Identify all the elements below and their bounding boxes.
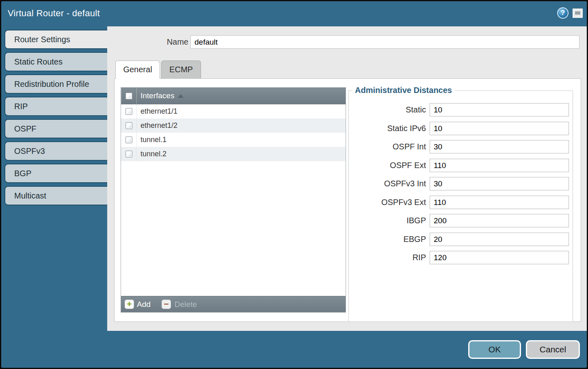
select-all-cell bbox=[121, 88, 137, 104]
ospf-int-input[interactable] bbox=[430, 140, 569, 153]
tab-general[interactable]: General bbox=[115, 60, 160, 79]
ebgp-input[interactable] bbox=[430, 233, 569, 246]
sidebar-item-redistribution-profile[interactable]: Redistribution Profile bbox=[4, 74, 108, 94]
grid-toolbar: + Add − Delete bbox=[121, 296, 346, 312]
general-tab-panel: Interfaces ethernet1/1 ethernet1/2 bbox=[114, 78, 581, 322]
interface-name: tunnel.1 bbox=[137, 136, 166, 144]
sidebar-item-router-settings[interactable]: Router Settings bbox=[4, 30, 108, 49]
rip-label: RIP bbox=[349, 251, 426, 264]
sidebar-item-bgp[interactable]: BGP bbox=[4, 164, 108, 183]
field-row: Static bbox=[349, 103, 573, 117]
fieldset-legend: Administrative Distances bbox=[352, 86, 455, 95]
sidebar-item-multicast[interactable]: Multicast bbox=[4, 186, 108, 205]
sidebar-item-ospf[interactable]: OSPF bbox=[4, 119, 108, 138]
field-row: EBGP bbox=[349, 233, 573, 246]
ebgp-label: EBGP bbox=[349, 233, 426, 246]
field-row: Static IPv6 bbox=[349, 122, 573, 135]
static-ipv6-input[interactable] bbox=[430, 122, 569, 135]
virtual-router-dialog: Virtual Router - default ? Name General … bbox=[0, 0, 588, 369]
field-row: OSPFv3 Ext bbox=[349, 196, 573, 209]
delete-button[interactable]: Delete bbox=[175, 300, 197, 309]
ibgp-label: IBGP bbox=[349, 214, 426, 227]
sort-ascending-icon bbox=[178, 94, 184, 98]
interface-name: ethernet1/1 bbox=[137, 107, 177, 116]
add-button[interactable]: Add bbox=[137, 300, 151, 309]
content-panel: Name General ECMP Interfaces bbox=[107, 26, 587, 331]
static-label: Static bbox=[349, 103, 426, 117]
row-checkbox[interactable] bbox=[125, 108, 132, 115]
name-input[interactable] bbox=[190, 35, 579, 49]
ospfv3-ext-label: OSPFv3 Ext bbox=[349, 196, 426, 209]
table-row[interactable]: tunnel.1 bbox=[121, 133, 346, 147]
rip-input[interactable] bbox=[430, 251, 569, 264]
ospf-int-label: OSPF Int bbox=[349, 140, 426, 153]
ok-button[interactable]: OK bbox=[468, 340, 521, 359]
row-checkbox[interactable] bbox=[125, 136, 132, 143]
ospf-ext-input[interactable] bbox=[430, 159, 569, 172]
ospfv3-int-input[interactable] bbox=[430, 177, 569, 190]
field-row: IBGP bbox=[349, 214, 573, 227]
window-restore-icon[interactable] bbox=[573, 9, 583, 18]
add-icon[interactable]: + bbox=[125, 300, 134, 309]
column-title: Interfaces bbox=[141, 91, 174, 100]
tab-ecmp[interactable]: ECMP bbox=[161, 60, 201, 78]
sidebar-item-rip[interactable]: RIP bbox=[4, 97, 108, 116]
select-all-checkbox[interactable] bbox=[125, 93, 132, 99]
field-row: RIP bbox=[349, 251, 573, 264]
row-checkbox[interactable] bbox=[125, 122, 132, 129]
dialog-title: Virtual Router - default bbox=[8, 1, 100, 26]
ibgp-input[interactable] bbox=[430, 214, 569, 227]
interfaces-grid: Interfaces ethernet1/1 ethernet1/2 bbox=[121, 87, 346, 313]
sidebar-item-ospfv3[interactable]: OSPFv3 bbox=[4, 141, 108, 161]
table-row[interactable]: tunnel.2 bbox=[121, 147, 346, 161]
field-row: OSPFv3 Int bbox=[349, 177, 573, 190]
administrative-distances-fieldset: Administrative Distances Static Static I… bbox=[348, 91, 573, 322]
delete-icon[interactable]: − bbox=[162, 300, 171, 309]
table-row[interactable]: ethernet1/2 bbox=[121, 119, 346, 133]
interface-name: tunnel.2 bbox=[137, 150, 166, 158]
title-bar: Virtual Router - default ? bbox=[1, 1, 587, 26]
static-ipv6-label: Static IPv6 bbox=[349, 122, 426, 135]
field-row: OSPF Int bbox=[349, 140, 573, 153]
sidebar: Router Settings Static Routes Redistribu… bbox=[4, 30, 108, 208]
ospfv3-int-label: OSPFv3 Int bbox=[349, 177, 426, 190]
static-input[interactable] bbox=[430, 103, 569, 117]
ospfv3-ext-input[interactable] bbox=[430, 196, 569, 209]
interfaces-column-header[interactable]: Interfaces bbox=[121, 88, 346, 104]
name-label: Name bbox=[154, 35, 188, 49]
interface-name: ethernet1/2 bbox=[137, 121, 177, 130]
cancel-button[interactable]: Cancel bbox=[526, 340, 580, 359]
interfaces-header-label: Interfaces bbox=[137, 91, 184, 100]
ospf-ext-label: OSPF Ext bbox=[349, 159, 426, 172]
sidebar-item-static-routes[interactable]: Static Routes bbox=[4, 52, 108, 71]
table-row[interactable]: ethernet1/1 bbox=[121, 104, 346, 119]
field-row: OSPF Ext bbox=[349, 159, 573, 172]
help-icon[interactable]: ? bbox=[557, 7, 569, 19]
row-checkbox[interactable] bbox=[125, 151, 132, 158]
